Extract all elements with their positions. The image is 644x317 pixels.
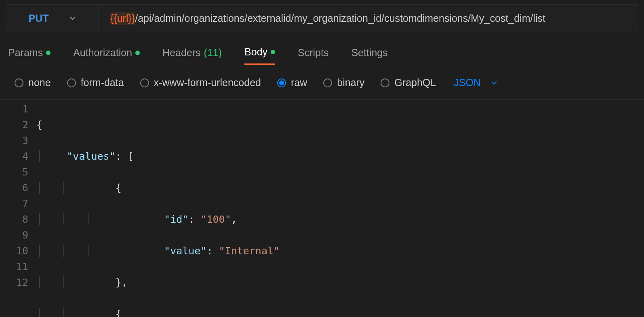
- tab-label: Settings: [351, 47, 387, 59]
- tab-headers[interactable]: Headers (11): [162, 47, 222, 64]
- radio-label: raw: [291, 77, 307, 89]
- line-number: 1: [8, 101, 28, 117]
- line-number-gutter: 1 2 3 4 5 6 7 8 9 10 11 12: [0, 101, 36, 317]
- tab-label: Scripts: [298, 47, 328, 59]
- line-number: 7: [8, 196, 28, 211]
- chevron-down-icon: [490, 79, 498, 87]
- radio-icon: [323, 78, 332, 87]
- radio-label: GraphQL: [394, 77, 436, 89]
- tab-authorization[interactable]: Authorization: [73, 47, 140, 64]
- line-number: 10: [8, 243, 28, 259]
- radio-icon: [140, 78, 149, 87]
- line-number: 9: [8, 227, 28, 243]
- url-path: /api/admin/organizations/externalid/my_o…: [135, 13, 545, 24]
- code-editor[interactable]: 1 2 3 4 5 6 7 8 9 10 11 12 { │ "values":…: [0, 99, 644, 317]
- code-line: │ │ │ "value": "Internal": [36, 243, 280, 259]
- body-type-binary[interactable]: binary: [323, 77, 364, 89]
- http-method-dropdown[interactable]: PUT: [6, 4, 99, 32]
- tab-scripts[interactable]: Scripts: [298, 47, 328, 64]
- request-tabs: Params Authorization Headers (11) Body S…: [0, 32, 644, 65]
- radio-icon: [381, 78, 389, 87]
- radio-icon: [67, 78, 76, 87]
- url-variable: {{url}}: [110, 12, 135, 25]
- body-type-graphql[interactable]: GraphQL: [381, 77, 436, 89]
- radio-label: x-www-form-urlencoded: [154, 77, 261, 89]
- code-line: │ │ {: [36, 306, 280, 317]
- line-number: 6: [8, 180, 28, 196]
- radio-icon: [277, 78, 286, 87]
- language-dropdown[interactable]: JSON: [454, 77, 498, 89]
- code-line: │ │ },: [36, 275, 280, 290]
- indicator-dot-icon: [46, 51, 51, 55]
- http-method: PUT: [29, 13, 49, 24]
- url-input[interactable]: {{url}} /api/admin/organizations/externa…: [99, 4, 638, 32]
- headers-count: (11): [204, 47, 222, 59]
- chevron-down-icon: [69, 15, 76, 22]
- line-number: 2: [8, 117, 28, 133]
- code-line: │ "values": [: [36, 148, 280, 164]
- code-line: │ │ │ "id": "100",: [36, 211, 280, 227]
- tab-label: Headers: [162, 47, 201, 59]
- line-number: 3: [8, 133, 28, 148]
- line-number: 4: [8, 148, 28, 164]
- body-type-none[interactable]: none: [15, 77, 51, 89]
- tab-label: Authorization: [73, 47, 132, 59]
- line-number: 11: [8, 259, 28, 275]
- body-type-x-www-form-urlencoded[interactable]: x-www-form-urlencoded: [140, 77, 261, 89]
- tab-label: Params: [8, 47, 43, 59]
- indicator-dot-icon: [135, 51, 140, 55]
- radio-icon: [15, 78, 23, 87]
- body-type-raw[interactable]: raw: [277, 77, 307, 89]
- tab-params[interactable]: Params: [8, 47, 51, 64]
- radio-label: binary: [337, 77, 364, 89]
- radio-label: none: [28, 77, 51, 89]
- code-content[interactable]: { │ "values": [ │ │ { │ │ │ "id": "100",…: [36, 101, 280, 317]
- url-bar: PUT {{url}} /api/admin/organizations/ext…: [6, 4, 638, 32]
- code-line: │ │ {: [36, 180, 280, 196]
- tab-body[interactable]: Body: [244, 46, 275, 65]
- code-line: {: [36, 117, 280, 133]
- tab-label: Body: [244, 46, 267, 58]
- line-number: 5: [8, 164, 28, 180]
- body-type-form-data[interactable]: form-data: [67, 77, 124, 89]
- tab-settings[interactable]: Settings: [351, 47, 387, 64]
- radio-label: form-data: [81, 77, 124, 89]
- body-type-row: none form-data x-www-form-urlencoded raw…: [0, 65, 644, 99]
- indicator-dot-icon: [271, 50, 275, 54]
- line-number: 8: [8, 211, 28, 227]
- language-label: JSON: [454, 77, 481, 89]
- line-number: 12: [8, 275, 28, 290]
